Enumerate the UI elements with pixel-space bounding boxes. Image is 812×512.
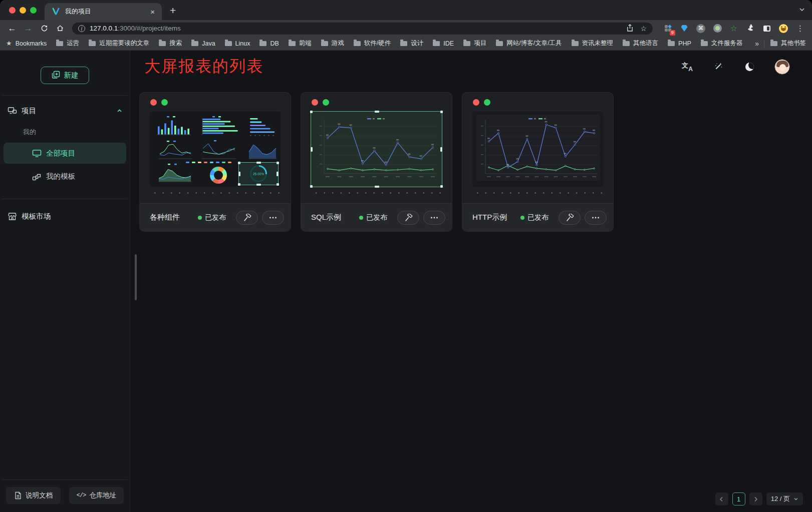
- bookmark-folder[interactable]: Linux: [225, 40, 250, 47]
- site-info-icon[interactable]: i: [78, 25, 85, 32]
- selection-handle[interactable]: [238, 162, 240, 164]
- bookmark-folder[interactable]: 前端: [289, 39, 312, 48]
- new-project-button[interactable]: 新建: [41, 67, 89, 84]
- bookmarks-overflow-icon[interactable]: »: [755, 40, 759, 48]
- repo-button[interactable]: </> 仓库地址: [69, 487, 124, 504]
- new-tab-button[interactable]: +: [170, 5, 176, 16]
- selection-handle[interactable]: [375, 111, 379, 113]
- tab-search-chevron-icon[interactable]: [799, 7, 805, 13]
- current-page-button[interactable]: 1: [732, 492, 745, 505]
- extension-grid-icon[interactable]: 9: [663, 24, 673, 34]
- selection-handle[interactable]: [277, 183, 279, 186]
- bookmark-folder-label: IDE: [443, 40, 454, 47]
- bookmark-folder-label: 网站/博客/文章/工具: [506, 39, 562, 48]
- bookmark-folder[interactable]: 网站/博客/文章/工具: [496, 39, 562, 48]
- chevron-down-icon: [793, 496, 798, 501]
- magic-wand-icon[interactable]: [712, 61, 724, 73]
- edit-project-button[interactable]: [397, 211, 419, 225]
- extension-star-icon[interactable]: ☆: [729, 24, 739, 34]
- chevron-up-icon[interactable]: [116, 108, 123, 114]
- minimize-window-button[interactable]: [20, 7, 26, 14]
- close-window-button[interactable]: [9, 7, 16, 14]
- scrollbar-thumb[interactable]: [135, 254, 137, 300]
- selection-handle[interactable]: [310, 185, 313, 188]
- home-icon[interactable]: [53, 22, 67, 35]
- selection-handle[interactable]: [311, 147, 313, 152]
- more-actions-button[interactable]: [262, 211, 284, 225]
- bookmark-folder[interactable]: 资讯未整理: [572, 39, 614, 48]
- bookmark-folder[interactable]: PHP: [668, 40, 691, 47]
- bookmark-folder[interactable]: IDE: [433, 40, 454, 47]
- folder-icon: [668, 41, 675, 46]
- project-card[interactable]: SQL示例 已发布: [301, 92, 452, 232]
- selection-handle[interactable]: [256, 184, 261, 186]
- card-preview[interactable]: [311, 112, 442, 187]
- bookmark-folder[interactable]: 设计: [400, 39, 423, 48]
- selection-handle[interactable]: [375, 186, 379, 188]
- bookmarks-root[interactable]: ★ Bookmarks: [6, 40, 47, 47]
- bookmark-folder[interactable]: 游戏: [321, 39, 344, 48]
- selection-handle[interactable]: [440, 185, 443, 188]
- reload-icon[interactable]: [37, 22, 51, 35]
- sidebar: 新建 项目 我的 全部项目: [0, 51, 130, 512]
- browser-menu-icon[interactable]: ⋮: [793, 24, 807, 33]
- folder-icon: [496, 41, 503, 46]
- ellipsis-icon: [592, 217, 600, 219]
- sidebar-bottom: 说明文档 </> 仓库地址: [0, 468, 130, 512]
- bookmark-folder[interactable]: 其他语言: [623, 39, 658, 48]
- sidebar-item-all-projects[interactable]: 全部项目: [4, 143, 126, 164]
- mini-chart: [155, 164, 193, 184]
- extension-gem-icon[interactable]: [679, 24, 689, 34]
- selection-handle[interactable]: [440, 111, 443, 113]
- user-avatar[interactable]: [774, 59, 790, 75]
- sidebar-item-template-market[interactable]: 模板市场: [0, 205, 130, 227]
- more-actions-button[interactable]: [423, 211, 445, 225]
- back-icon[interactable]: ←: [5, 22, 19, 35]
- edit-project-button[interactable]: [559, 211, 581, 225]
- project-card[interactable]: HTTP示例 已发布: [462, 92, 614, 232]
- selection-handle[interactable]: [238, 172, 240, 176]
- bookmark-folder[interactable]: 文件服务器: [701, 39, 743, 48]
- profile-avatar[interactable]: [778, 24, 788, 34]
- bookmark-folder[interactable]: 近期需要读的文章: [89, 39, 149, 48]
- share-icon[interactable]: [627, 24, 633, 33]
- bookmark-folder[interactable]: 搜索: [159, 39, 182, 48]
- selection-handle[interactable]: [277, 172, 279, 176]
- extensions-puzzle-icon[interactable]: [745, 24, 755, 34]
- language-icon[interactable]: 文A: [681, 61, 693, 73]
- forward-icon[interactable]: →: [21, 22, 35, 35]
- side-panel-icon[interactable]: [762, 24, 772, 34]
- selection-handle[interactable]: [310, 111, 313, 113]
- docs-button[interactable]: 说明文档: [6, 487, 61, 504]
- more-actions-button[interactable]: [585, 211, 607, 225]
- card-preview[interactable]: 25.00%: [150, 112, 281, 187]
- dark-mode-moon-icon[interactable]: [743, 61, 755, 73]
- zoom-window-button[interactable]: [30, 7, 37, 14]
- other-bookmarks-folder[interactable]: 其他书签: [770, 39, 806, 48]
- selection-handle[interactable]: [256, 162, 261, 164]
- mini-chart: [155, 141, 193, 161]
- selection-handle[interactable]: [277, 162, 279, 164]
- card-preview[interactable]: [472, 112, 603, 187]
- bookmark-star-icon[interactable]: ☆: [640, 25, 647, 33]
- prev-page-button[interactable]: [715, 492, 728, 505]
- edit-project-button[interactable]: [236, 211, 258, 225]
- tab-close-icon[interactable]: ×: [148, 8, 157, 16]
- extension-command-icon[interactable]: ⌘: [696, 24, 706, 34]
- bookmark-folder[interactable]: 软件/硬件: [354, 39, 391, 48]
- selection-handle[interactable]: [238, 183, 240, 186]
- extension-record-icon[interactable]: [712, 24, 722, 34]
- sidebar-item-my-templates[interactable]: 我的模板: [4, 166, 126, 187]
- selection-handle[interactable]: [440, 147, 442, 152]
- address-bar[interactable]: i 127.0.0.1 :3000/#/project/items ☆: [72, 23, 653, 35]
- extensions-area: 9 ⌘ ☆: [658, 24, 791, 34]
- page-size-select[interactable]: 12 / 页: [766, 492, 803, 505]
- sidebar-section-projects[interactable]: 项目: [0, 100, 130, 122]
- bookmark-folder[interactable]: DB: [259, 40, 279, 47]
- bookmark-folder[interactable]: 项目: [463, 39, 486, 48]
- browser-tab[interactable]: 我的项目 ×: [45, 3, 162, 20]
- project-card[interactable]: 25.00% 各种组件 已发布: [139, 92, 291, 232]
- next-page-button[interactable]: [749, 492, 762, 505]
- bookmark-folder[interactable]: Java: [191, 40, 215, 47]
- bookmark-folder[interactable]: 运营: [56, 39, 79, 48]
